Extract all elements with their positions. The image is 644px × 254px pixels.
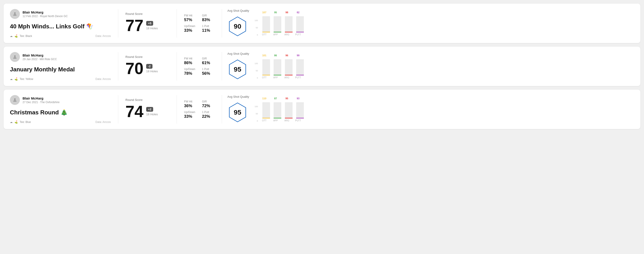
round-card: Blair McHarg12 Feb 2022 · Royal North De… [4,3,640,43]
quality-section: Avg Shot Quality90100500107OTT95APP98ARG… [222,9,634,38]
quality-section: Avg Shot Quality95100500110OTT87APP95ARG… [222,95,634,124]
bar-chart: 100500107OTT95APP98ARG82PUTT [255,11,304,36]
user-info: Blair McHarg27 Dec 2021 · The Oxfordshir… [10,95,111,105]
stat-label: 1 Putt [202,68,215,71]
bag-icon: ⛳ [14,34,18,38]
score-section: Round Score77+518 Holes [118,9,177,38]
stat-up-down: Up/Down 78% [184,68,197,76]
stat-value: 33% [184,114,197,119]
avatar [10,9,20,19]
bar-column: 101OTT [259,54,270,79]
bar-column: 110OTT [259,97,270,122]
user-meta: 12 Feb 2022 · Royal North Devon GC [22,15,68,18]
stat-label: 1 Putt [202,24,215,28]
hexagon-chart: 90 [227,15,248,38]
user-info: Blair McHarg12 Feb 2022 · Royal North De… [10,9,111,19]
stat-value: 56% [202,71,215,76]
bar-column: 82PUTT [292,11,304,36]
user-meta: 27 Dec 2021 · The Oxfordshire [22,101,60,104]
stat-value: 86% [184,61,197,65]
stat-label: GIR [202,57,215,60]
bar-column: 96ARG [281,54,292,79]
score-section: Round Score70-218 Holes [118,52,177,81]
tee-label: Tee: Yellow [20,77,33,81]
bar-column: 98ARG [281,11,292,36]
holes-label: 18 Holes [146,26,158,30]
avatar [10,52,20,62]
stat-fw-hit: FW Hit 86% [184,57,197,65]
svg-point-1 [14,55,16,57]
stat-one-putt: 1 Putt 56% [202,68,215,76]
round-card: Blair McHarg27 Dec 2021 · The Oxfordshir… [4,90,640,129]
bar-column: 86APP [270,54,281,79]
data-source-label: Data: Arccos [96,34,111,38]
bar-column: 107OTT [259,11,270,36]
score-badge: +2 [146,107,153,112]
bar-chart: 100500101OTT86APP96ARG99PUTT [255,54,304,79]
stat-fw-hit: FW Hit 36% [184,100,197,108]
stats-section: FW Hit 86%GIR 61%Up/Down 78%1 Putt 56% [177,52,222,81]
quality-section: Avg Shot Quality95100500101OTT86APP96ARG… [222,52,634,81]
bar-column: 95APP [270,11,281,36]
stat-label: 1 Putt [202,111,215,114]
weather-icon: ☁ [10,77,13,81]
bag-icon: ⛳ [14,121,18,124]
user-name: Blair McHarg [22,10,68,14]
stat-one-putt: 1 Putt 11% [202,24,215,33]
tee-info: ☁⛳Tee: Black [10,34,32,38]
round-title: January Monthly Medal [10,66,111,73]
big-score: 77 [126,17,144,33]
holes-label: 18 Holes [146,113,158,116]
stat-fw-hit: FW Hit 57% [184,14,197,22]
user-info: Blair McHarg29 Jan 2022 · Mill Ride GCC [10,52,111,62]
tee-label: Tee: Blue [20,121,31,124]
score-section-label: Round Score [126,98,170,102]
score-badge: -2 [146,64,152,69]
stat-label: GIR [202,14,215,17]
hex-score: 95 [234,109,241,116]
stat-gir: GIR 72% [202,100,215,108]
tee-label: Tee: Black [20,34,32,38]
bar-column: 87APP [270,97,281,122]
round-info-section: Blair McHarg27 Dec 2021 · The Oxfordshir… [10,95,118,124]
user-name: Blair McHarg [22,96,60,100]
bar-column: 99PUTT [292,54,304,79]
holes-label: 18 Holes [146,70,158,73]
stat-value: 22% [202,114,215,119]
stat-value: 72% [202,104,215,108]
round-title: 40 Mph Winds... Links Golf 🪁 [10,23,111,30]
user-meta: 29 Jan 2022 · Mill Ride GCC [22,58,57,61]
stat-label: FW Hit [184,14,197,17]
big-score: 70 [126,60,144,77]
user-name: Blair McHarg [22,53,57,57]
avatar [10,95,20,105]
stat-value: 36% [184,104,197,108]
stat-label: FW Hit [184,100,197,103]
hex-score: 95 [234,66,241,73]
stats-section: FW Hit 57%GIR 83%Up/Down 33%1 Putt 11% [177,9,222,38]
round-title: Christmas Round 🎄 [10,109,111,116]
big-score: 74 [126,103,144,120]
hex-score: 90 [234,22,241,30]
avg-shot-quality-label: Avg Shot Quality [227,95,249,98]
stat-value: 57% [184,17,197,22]
tee-info: ☁⛳Tee: Blue [10,121,31,124]
hexagon-chart: 95 [227,101,248,124]
bag-icon: ⛳ [14,77,18,81]
stat-label: Up/Down [184,111,197,114]
stat-label: Up/Down [184,68,197,71]
tee-info: ☁⛳Tee: Yellow [10,77,33,81]
stat-value: 11% [202,28,215,33]
avg-shot-quality-label: Avg Shot Quality [227,9,249,12]
stat-value: 61% [202,61,215,65]
weather-icon: ☁ [10,121,13,124]
stat-value: 33% [184,28,197,33]
stat-gir: GIR 83% [202,14,215,22]
stat-gir: GIR 61% [202,57,215,65]
stat-one-putt: 1 Putt 22% [202,111,215,119]
stat-label: GIR [202,100,215,103]
bar-column: 93PUTT [292,97,304,122]
stat-label: Up/Down [184,24,197,28]
bar-chart: 100500110OTT87APP95ARG93PUTT [255,97,304,122]
stat-value: 83% [202,17,215,22]
